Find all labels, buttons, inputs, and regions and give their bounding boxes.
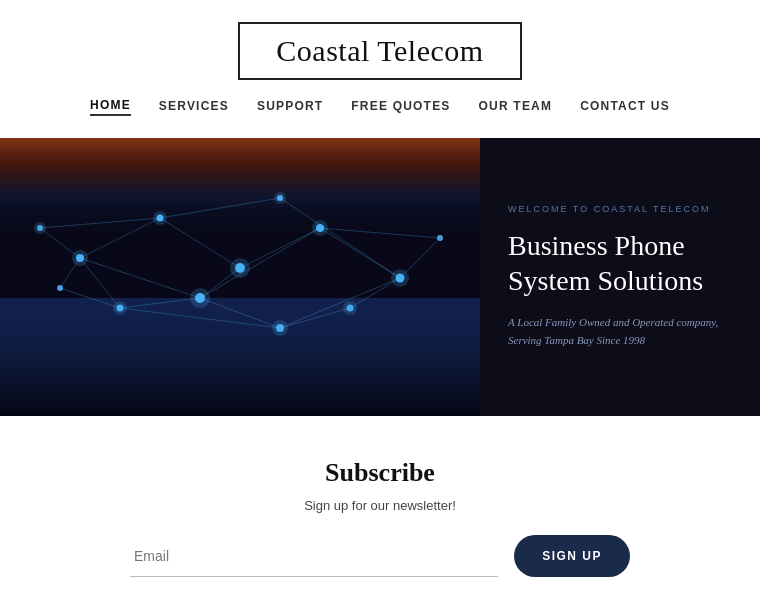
subscribe-text: Sign up for our newsletter! xyxy=(304,498,456,513)
site-title-box: Coastal Telecom xyxy=(238,22,521,80)
svg-point-40 xyxy=(113,301,127,315)
svg-point-38 xyxy=(272,320,288,336)
svg-point-26 xyxy=(72,250,88,266)
svg-point-32 xyxy=(312,220,328,236)
hero-subtitle: WELCOME TO COASTAL TELECOM xyxy=(508,204,732,214)
hero-image xyxy=(0,138,480,416)
network-svg xyxy=(0,138,480,416)
svg-point-28 xyxy=(153,211,167,225)
nav-free-quotes[interactable]: FREE QUOTES xyxy=(351,99,450,115)
subscribe-section: Subscribe Sign up for our newsletter! SI… xyxy=(0,416,760,600)
subscribe-title: Subscribe xyxy=(325,458,435,488)
hero-section: WELCOME TO COASTAL TELECOM Business Phon… xyxy=(0,138,760,416)
nav-contact-us[interactable]: CONTACT US xyxy=(580,99,670,115)
sign-up-button[interactable]: SIGN UP xyxy=(514,535,630,577)
svg-point-46 xyxy=(343,301,357,315)
hero-title: Business Phone System Solutions xyxy=(508,228,732,298)
nav-our-team[interactable]: OUR TEAM xyxy=(479,99,553,115)
site-title: Coastal Telecom xyxy=(276,34,483,67)
svg-rect-2 xyxy=(0,298,480,416)
hero-image-inner xyxy=(0,138,480,416)
hero-description: A Local Family Owned and Operated compan… xyxy=(508,314,732,349)
header: Coastal Telecom HOME SERVICES SUPPORT FR… xyxy=(0,0,760,136)
svg-point-34 xyxy=(391,269,409,287)
main-nav: HOME SERVICES SUPPORT FREE QUOTES OUR TE… xyxy=(90,98,670,126)
svg-point-42 xyxy=(274,192,286,204)
svg-point-36 xyxy=(190,288,210,308)
svg-rect-1 xyxy=(0,138,480,238)
subscribe-form: SIGN UP xyxy=(130,535,630,577)
svg-point-48 xyxy=(437,235,443,241)
svg-point-44 xyxy=(34,222,46,234)
nav-services[interactable]: SERVICES xyxy=(159,99,229,115)
hero-text-panel: WELCOME TO COASTAL TELECOM Business Phon… xyxy=(480,138,760,416)
email-input[interactable] xyxy=(130,535,498,577)
nav-home[interactable]: HOME xyxy=(90,98,131,116)
svg-point-47 xyxy=(57,285,63,291)
svg-point-30 xyxy=(230,258,250,278)
nav-support[interactable]: SUPPORT xyxy=(257,99,323,115)
